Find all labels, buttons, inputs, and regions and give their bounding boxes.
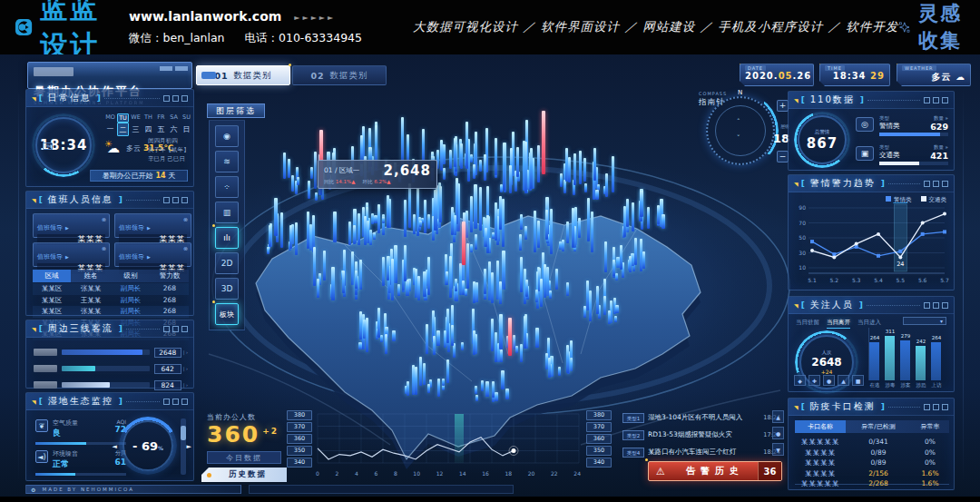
duty-cell: 副局长 (111, 295, 151, 307)
alert-item[interactable]: 类型2RD13-53烟感报警疑似火灾17:24 (622, 428, 784, 442)
close-icon[interactable]: ⊗ (102, 216, 106, 222)
map-bar (546, 267, 549, 296)
focus-icon[interactable]: ● (823, 375, 835, 386)
week-strip: MOTUWETHFRSASU一二三四五六日 (104, 113, 192, 136)
map-bar (572, 208, 574, 249)
eco-progress (35, 473, 126, 476)
map-bar (427, 384, 430, 393)
chevron-up-icon[interactable]: ˄ (737, 118, 740, 125)
chevron-down-icon[interactable]: ˅ (737, 134, 740, 142)
table-row[interactable]: 某某某某2/1561.6% (795, 468, 949, 479)
map-bar (391, 259, 394, 301)
map-bar (427, 214, 430, 229)
scroll-down-icon[interactable]: ▼ (772, 443, 784, 456)
layer-button-mode-3d[interactable]: 3D (215, 278, 239, 300)
panel-controls[interactable] (924, 302, 948, 309)
map-bar (566, 282, 569, 296)
alert-history-banner[interactable]: ⚠ 告警历史 36 (648, 461, 782, 481)
close-icon[interactable]: ⊗ (102, 245, 106, 251)
map-bar (394, 245, 397, 284)
table-row[interactable]: 某某区张某某副局长268 (33, 283, 189, 295)
weekday-cn[interactable]: 一 (104, 123, 116, 136)
map-bar (492, 381, 495, 398)
map-bar (517, 172, 520, 182)
yaxis-tick: 370 (586, 422, 612, 432)
focus-icon[interactable]: ◆ (794, 375, 806, 386)
inspiration-collect[interactable]: 灵感收集 (898, 0, 964, 54)
map-bar-alert (462, 221, 466, 265)
table-row[interactable]: 某某区王某某副局长268 (33, 295, 189, 307)
layer-button-mode-2d[interactable]: 2D (215, 252, 239, 274)
map-bar (586, 281, 589, 310)
today-data-button[interactable]: 今日数据 (207, 451, 281, 464)
scroll-dot-icon[interactable]: ● (772, 427, 784, 439)
close-icon[interactable]: ⊗ (183, 216, 188, 222)
panel-controls[interactable] (163, 95, 188, 102)
layer-button-bar-chart-icon[interactable]: ılı (215, 227, 239, 249)
history-data-button[interactable]: 历史数据 (201, 468, 287, 482)
panel-controls[interactable] (163, 399, 188, 405)
duty-leader-card[interactable]: 值班领导▶⊗某某某 (33, 242, 110, 267)
layer-button-signal-icon[interactable]: ≋ (215, 151, 239, 172)
focus-icon[interactable]: ✚ (808, 375, 820, 386)
panel-controls[interactable] (163, 197, 188, 203)
count-label: 数量 » (934, 144, 948, 151)
focus-tab[interactable]: 当日驻留 (796, 319, 819, 329)
arrow-left-icon[interactable]: ◄ (113, 443, 117, 450)
map-bar (387, 199, 391, 228)
map-bar (434, 190, 437, 231)
eco-slider[interactable] (181, 418, 186, 475)
duty-leader-card[interactable]: 值班领导▶⊗某某某 (114, 213, 191, 238)
weekday-cn[interactable]: 六 (168, 123, 180, 136)
yaxis-tick: 340 (287, 458, 312, 468)
panel-controls[interactable] (924, 97, 948, 103)
tab-data-category-1[interactable]: 01 数据类别 (196, 65, 290, 85)
map-bar (608, 310, 611, 325)
layer-button-mode-block[interactable]: 板块 (215, 303, 239, 325)
alert-item[interactable]: 类型4某路口有小汽车连闯三个红灯18:24 (622, 445, 784, 459)
map-bar (616, 257, 620, 269)
table-row[interactable]: 某某某某0/890% (795, 448, 949, 458)
website-link[interactable]: www.lanlanwork.com (129, 6, 281, 28)
office-line-chart (316, 410, 581, 468)
compass-dial[interactable] (706, 96, 775, 165)
tab1-label: 数据类别 (234, 70, 272, 82)
duty-leader-card[interactable]: 值班领导▶⊗某某某 (114, 242, 191, 267)
focus-dropdown[interactable]: ▾ (903, 317, 946, 325)
close-icon[interactable]: ⊗ (183, 245, 188, 251)
map-bar (657, 215, 660, 226)
scroll-up-icon[interactable]: ▲ (772, 410, 784, 423)
focus-icon[interactable]: ▲ (838, 375, 849, 386)
table-row[interactable]: 某某某某0/890% (795, 458, 949, 468)
tab-data-category-2[interactable]: 02 数据类别 (292, 65, 387, 85)
focus-tab[interactable]: 当日离开 (827, 319, 850, 329)
checkpoint-name: 某某某某某 (795, 437, 846, 448)
map-bar (547, 231, 550, 238)
panel-controls[interactable] (924, 181, 948, 187)
layer-button-camera-icon[interactable]: ◉ (215, 125, 239, 147)
map-bar (402, 260, 405, 290)
table-row[interactable]: 某某某某某0/3410% (795, 437, 949, 448)
focus-icon[interactable]: ■ (852, 375, 864, 386)
map-bar (387, 256, 389, 281)
panel-controls[interactable] (163, 326, 188, 332)
map-bar (390, 249, 393, 285)
weekday-cn[interactable]: 三 (130, 123, 142, 136)
map-bar (283, 153, 286, 179)
map-bar (516, 147, 519, 178)
weekday-cn[interactable]: 二 (117, 123, 129, 136)
layer-button-cluster-icon[interactable]: ⁘ (215, 176, 239, 198)
weekday-cn[interactable]: 日 (181, 123, 192, 136)
map-bar (317, 279, 319, 298)
map-bar (407, 381, 409, 396)
panel-controls[interactable] (924, 404, 948, 410)
weekday-cn[interactable]: 四 (142, 123, 154, 136)
alert-item[interactable]: 类型1湿地3-104片区有不明人员闯入18:24 (622, 410, 784, 425)
weekday-cn[interactable]: 五 (155, 123, 167, 136)
table-row[interactable]: 某某区张某某副局长268 (33, 306, 189, 318)
panel-title: 防疫卡口检测 (810, 400, 876, 413)
map-bar (459, 263, 462, 295)
layer-button-building-icon[interactable]: ▥ (215, 202, 239, 223)
arrow-right-icon[interactable]: ► (187, 443, 191, 450)
duty-leader-card[interactable]: 值班领导▶⊗某某某 (33, 213, 110, 238)
